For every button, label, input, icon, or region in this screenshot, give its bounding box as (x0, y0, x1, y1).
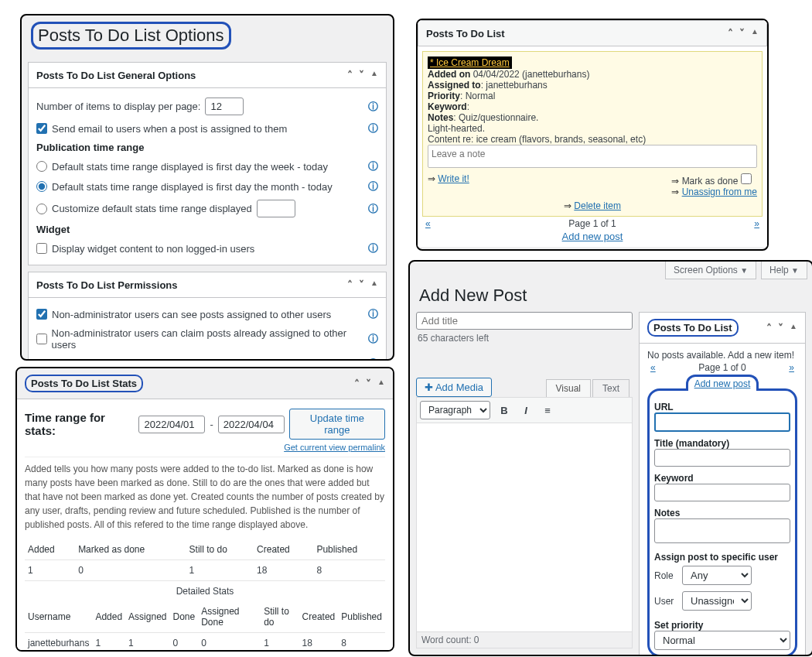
editor-body[interactable] (416, 423, 633, 632)
role-sublabel: Role (654, 570, 677, 581)
assign-label: Assign post to specific user (654, 552, 790, 563)
cell: Assigned (125, 601, 169, 633)
cell: 1 (92, 633, 125, 652)
info-icon[interactable]: ⓘ (368, 159, 378, 173)
cell: janetteburhans (25, 633, 92, 652)
post-title-input[interactable] (416, 312, 633, 330)
priority-label: Priority (428, 91, 460, 101)
chevron-up-icon[interactable]: ˄ (354, 378, 360, 390)
info-icon[interactable]: ⓘ (368, 202, 378, 216)
permalink-link[interactable]: Get current view permalink (284, 443, 385, 452)
todo-list-panel: Posts To Do List ˄ ˅ ▲ * Ice Cream Dream… (416, 19, 769, 251)
triangle-up-icon[interactable]: ▲ (377, 378, 385, 390)
widget-heading: Widget (36, 224, 70, 235)
todo-item-title-link[interactable]: * Ice Cream Dream (430, 57, 510, 68)
format-select[interactable]: Paragraph (420, 401, 490, 419)
triangle-up-icon[interactable]: ▲ (370, 69, 378, 81)
perm-see-label: Non-administrator users can see posts as… (52, 309, 331, 320)
title-label: Title (mandatory) (654, 438, 790, 449)
mark-done-label: Mark as done (682, 176, 739, 186)
italic-icon[interactable]: I (518, 405, 534, 416)
add-new-post-link[interactable]: Add new post (562, 231, 623, 242)
items-per-page-input[interactable] (205, 98, 244, 115)
chevron-down-icon[interactable]: ˅ (366, 378, 371, 390)
notes-textarea[interactable] (654, 518, 790, 543)
add-new-post-link[interactable]: Add new post (694, 378, 751, 389)
pager-prev[interactable]: « (650, 362, 656, 373)
pager-prev[interactable]: « (425, 218, 431, 229)
info-icon[interactable]: ⓘ (368, 332, 378, 346)
update-time-range-button[interactable]: Update time range (289, 409, 385, 440)
send-email-checkbox[interactable] (36, 123, 47, 134)
info-icon[interactable]: ⓘ (368, 241, 378, 255)
sidebar-todo-heading: Posts To Do List (647, 319, 739, 337)
info-icon[interactable]: ⓘ (368, 180, 378, 193)
cell: 1 (25, 560, 75, 581)
keyword-label: Keyword (428, 101, 467, 112)
add-media-button[interactable]: ✚ Add Media (416, 378, 492, 397)
cell: Still to do (186, 539, 254, 560)
chevron-up-icon[interactable]: ˄ (766, 322, 772, 334)
role-select[interactable]: Any (682, 566, 752, 585)
added-on-value: 04/04/2022 (janetteburhans) (473, 69, 590, 80)
info-icon[interactable]: ⓘ (368, 357, 378, 361)
screen-options-tab[interactable]: Screen Options ▼ (665, 262, 756, 279)
custom-range-input[interactable] (257, 200, 295, 217)
radio-week[interactable] (36, 161, 47, 172)
general-options-box: Posts To Do List General Options ˄ ˅ ▲ N… (28, 62, 387, 265)
general-options-heading: Posts To Do List General Options (36, 70, 196, 81)
leave-note-textarea[interactable] (428, 145, 757, 168)
list-icon[interactable]: ≡ (540, 405, 555, 416)
chars-left: 65 characters left (416, 330, 633, 347)
perm-claim-pending-checkbox[interactable] (36, 359, 47, 361)
triangle-up-icon[interactable]: ▲ (370, 279, 378, 291)
items-per-page-label: Number of items to display per page: (36, 101, 200, 112)
chevron-up-icon[interactable]: ˄ (347, 279, 353, 291)
info-icon[interactable]: ⓘ (368, 100, 378, 114)
priority-select[interactable]: Normal (654, 631, 790, 650)
write-it-link[interactable]: Write it! (438, 173, 469, 184)
notes-label: Notes (654, 508, 790, 518)
cell: Created (299, 601, 339, 633)
pager-next[interactable]: » (789, 362, 794, 373)
user-select[interactable]: Unassigned (682, 591, 752, 611)
radio-month[interactable] (36, 181, 47, 192)
delete-item-link[interactable]: Delete item (574, 200, 621, 211)
bold-icon[interactable]: B (496, 405, 512, 416)
triangle-up-icon[interactable]: ▲ (751, 27, 759, 39)
pager-next[interactable]: » (754, 218, 759, 229)
pager-text: Page 1 of 1 (568, 218, 616, 229)
cell: 0 (198, 633, 261, 652)
widget-display-checkbox[interactable] (36, 243, 47, 254)
cell: 8 (313, 560, 385, 581)
url-input[interactable] (654, 412, 790, 432)
info-icon[interactable]: ⓘ (368, 307, 378, 321)
help-tab[interactable]: Help ▼ (761, 262, 807, 279)
pager-text: Page 1 of 0 (698, 362, 745, 373)
date-from-input[interactable] (138, 416, 205, 433)
chevron-down-icon[interactable]: ˅ (359, 69, 364, 81)
date-to-input[interactable] (218, 416, 285, 433)
info-icon[interactable]: ⓘ (368, 121, 378, 135)
cell: 18 (299, 633, 339, 652)
text-tab[interactable]: Text (592, 379, 629, 397)
unassign-link[interactable]: Unassign from me (682, 186, 757, 197)
mark-done-checkbox[interactable] (741, 173, 752, 184)
cell: Assigned Done (198, 601, 261, 633)
chevron-down-icon[interactable]: ˅ (739, 27, 745, 39)
chevron-down-icon[interactable]: ˅ (359, 279, 364, 291)
chevron-down-icon[interactable]: ˅ (778, 322, 783, 334)
cell: Published (338, 601, 385, 633)
radio-custom[interactable] (36, 204, 47, 214)
keyword-input[interactable] (654, 484, 790, 501)
visual-tab[interactable]: Visual (546, 379, 591, 397)
triangle-up-icon[interactable]: ▲ (790, 322, 797, 334)
chevron-up-icon[interactable]: ˄ (728, 27, 733, 39)
perm-claim-pending-label: Non-administrator users can claim posts … (52, 357, 363, 361)
perm-claim-others-checkbox[interactable] (36, 334, 47, 344)
cell: Marked as done (75, 539, 186, 560)
assigned-label: Assigned to (428, 80, 481, 91)
perm-see-checkbox[interactable] (36, 309, 47, 320)
title-input[interactable] (654, 449, 790, 467)
chevron-up-icon[interactable]: ˄ (347, 69, 353, 81)
